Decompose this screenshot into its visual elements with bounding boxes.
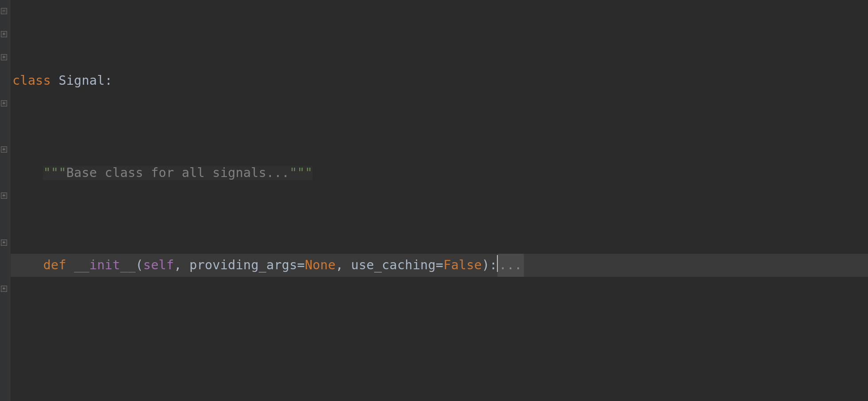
docstring-open: """: [43, 165, 66, 180]
docstring-close: """: [289, 165, 313, 180]
code-area[interactable]: class Signal: """Base class for all sign…: [11, 0, 868, 401]
class-name: Signal: [59, 73, 105, 88]
code-line-blank[interactable]: [11, 346, 868, 369]
fold-ellipsis[interactable]: ...: [497, 254, 524, 277]
code-editor[interactable]: − + + + + + + + class Signal: """Base cl…: [0, 0, 868, 401]
fold-plus-icon[interactable]: +: [1, 146, 7, 153]
fold-plus-icon[interactable]: +: [1, 100, 7, 106]
fold-plus-icon[interactable]: +: [1, 31, 7, 37]
code-line-docstring[interactable]: """Base class for all signals...""": [11, 161, 868, 185]
gutter: − + + + + + + +: [0, 0, 10, 401]
code-line-init[interactable]: def __init__(self, providing_args=None, …: [11, 254, 868, 277]
fold-plus-icon[interactable]: +: [1, 193, 7, 199]
function-init: __init__: [74, 258, 136, 272]
code-line-class[interactable]: class Signal:: [11, 69, 868, 92]
fold-plus-icon[interactable]: +: [1, 240, 7, 246]
fold-minus-icon[interactable]: −: [1, 8, 7, 14]
fold-plus-icon[interactable]: +: [1, 286, 7, 292]
docstring-text: Base class for all signals...: [66, 165, 289, 180]
fold-plus-icon[interactable]: +: [1, 54, 7, 60]
